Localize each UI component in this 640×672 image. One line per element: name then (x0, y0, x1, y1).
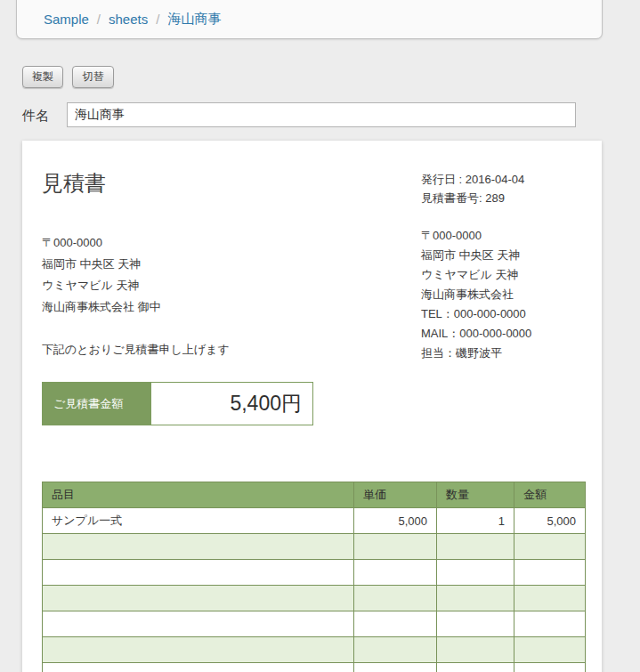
item-name-cell (43, 611, 354, 637)
item-number-cell (437, 586, 514, 611)
text-line: 〒000-0000 (421, 226, 531, 246)
issuer-address: 〒000-0000福岡市 中央区 天神ウミヤマビル 天神海山商事株式会社TEL：… (421, 226, 531, 363)
greeting-text: 下記のとおりご見積書申し上げます (42, 342, 230, 358)
item-number-cell (437, 611, 514, 637)
issue-number: 見積書番号: 289 (421, 189, 524, 207)
item-name-cell (43, 637, 354, 663)
item-number-cell (514, 534, 586, 560)
recipient-address: 〒000-0000福岡市 中央区 天神ウミヤマビル 天神海山商事株式会社 御中 (42, 232, 161, 318)
item-number-cell (354, 534, 437, 560)
item-number-cell: 5,000 (514, 508, 586, 534)
table-row: サンプル一式5,00015,000 (43, 508, 586, 534)
breadcrumb-separator: / (97, 12, 101, 27)
total-amount-box: ご見積書金額 5,400円 (42, 382, 313, 425)
item-number-cell: 1 (437, 508, 514, 534)
table-row (43, 663, 586, 672)
item-number-cell (514, 560, 586, 586)
column-header-unit-price: 単価 (354, 482, 437, 508)
text-line: MAIL：000-000-0000 (421, 324, 531, 344)
toggle-button[interactable]: 切替 (72, 66, 114, 88)
item-number-cell (514, 637, 586, 663)
item-name-cell: サンプル一式 (43, 508, 354, 534)
item-number-cell (354, 663, 437, 672)
subject-input[interactable] (67, 102, 576, 127)
text-line: 担当：磯野波平 (421, 344, 531, 363)
item-number-cell (514, 611, 586, 637)
text-line: 〒000-0000 (42, 232, 161, 254)
text-line: 海山商事株式会社 御中 (42, 296, 161, 318)
table-row (43, 534, 586, 560)
item-number-cell (354, 611, 437, 637)
item-number-cell (514, 586, 586, 611)
table-row (43, 560, 586, 586)
total-amount-label: ご見積書金額 (43, 383, 151, 425)
item-number-cell (437, 637, 514, 663)
item-name-cell (43, 663, 354, 672)
estimate-document: 見積書 発行日 : 2016-04-04 見積書番号: 289 〒000-000… (22, 141, 602, 672)
issue-date: 発行日 : 2016-04-04 (421, 170, 524, 189)
subject-label: 件名 (22, 108, 49, 125)
text-line: TEL：000-000-0000 (421, 304, 531, 324)
item-number-cell (354, 637, 437, 663)
item-name-cell (43, 586, 354, 611)
item-number-cell (354, 586, 437, 611)
item-number-cell (514, 663, 586, 672)
table-header-row: 品目 単価 数量 金額 (43, 482, 586, 508)
item-name-cell (43, 534, 354, 560)
items-table-body: サンプル一式5,00015,000 (43, 508, 586, 672)
breadcrumb-link-sample[interactable]: Sample (44, 12, 89, 27)
breadcrumb-separator: / (156, 12, 159, 27)
text-line: 海山商事株式会社 (421, 285, 531, 304)
column-header-item: 品目 (43, 482, 354, 508)
total-amount-value: 5,400円 (151, 383, 312, 425)
document-title: 見積書 (42, 169, 106, 198)
item-number-cell (437, 534, 514, 560)
column-header-quantity: 数量 (437, 482, 514, 508)
breadcrumb-link-sheets[interactable]: sheets (109, 12, 148, 27)
issue-info: 発行日 : 2016-04-04 見積書番号: 289 (421, 170, 524, 207)
breadcrumb-link-current[interactable]: 海山商事 (167, 11, 221, 28)
text-line: 福岡市 中央区 天神 (42, 254, 161, 275)
text-line: ウミヤマビル 天神 (42, 275, 161, 296)
table-row (43, 586, 586, 611)
table-row (43, 637, 586, 663)
column-header-amount: 金額 (514, 482, 586, 508)
text-line: ウミヤマビル 天神 (421, 265, 531, 285)
item-number-cell (437, 560, 514, 586)
item-number-cell (354, 560, 437, 586)
item-name-cell (43, 560, 354, 586)
breadcrumb: Sample / sheets / 海山商事 (16, 0, 603, 39)
item-number-cell (437, 663, 514, 672)
duplicate-button[interactable]: 複製 (22, 66, 63, 88)
items-table: 品目 単価 数量 金額 サンプル一式5,00015,000 (42, 482, 586, 672)
table-row (43, 611, 586, 637)
page: Sample / sheets / 海山商事 複製 切替 件名 見積書 発行日 … (0, 0, 640, 672)
text-line: 福岡市 中央区 天神 (421, 246, 531, 265)
item-number-cell: 5,000 (354, 508, 437, 534)
